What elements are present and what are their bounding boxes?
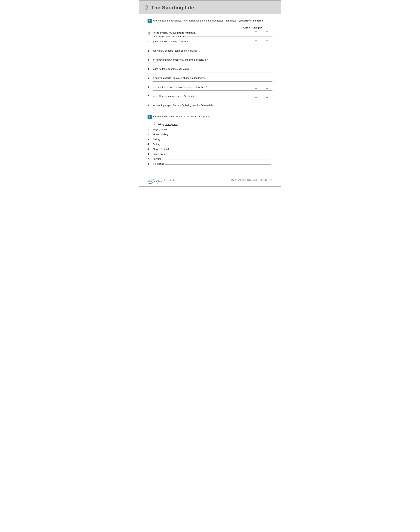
- disagree-checkbox-7[interactable]: [266, 95, 268, 98]
- checkboxes-8: [249, 104, 272, 107]
- disagree-checkbox-8[interactable]: [266, 104, 268, 107]
- finish-text-6: Scuba diving: [153, 152, 166, 155]
- list-item: 6. easy / but it's a good form of exerci…: [148, 84, 272, 92]
- agree-checkbox-1[interactable]: [255, 41, 257, 43]
- finish-line-4: [161, 145, 271, 145]
- list-item: 4. takes / a lot of courage / car racing…: [148, 66, 272, 74]
- skiing-answer: is dangerous: [165, 123, 178, 126]
- example-text: in the ocean / is / swimming / difficult…: [153, 31, 197, 34]
- agree-checkbox-8[interactable]: [255, 104, 257, 107]
- list-item: 8. for learning a sport / not / is / mis…: [148, 103, 272, 110]
- agree-checkbox-5[interactable]: [255, 77, 257, 79]
- finish-number-7: 7.: [148, 157, 153, 160]
- finish-text-3: Golfing: [153, 138, 160, 141]
- agree-checkbox-6[interactable]: [255, 86, 257, 89]
- page-footer: · · · · · · · ·· · · · · · · · وزارة الت…: [139, 174, 281, 186]
- disagree-checkbox-3[interactable]: [266, 59, 268, 61]
- unit-number: 2: [145, 4, 148, 11]
- item-text-1: good / is / roller skating / exercise / …: [153, 40, 190, 44]
- agree-disagree-header: Agree Disagree: [148, 26, 272, 29]
- finish-text-4: Surfing: [153, 143, 160, 146]
- item-content-1: good / is / roller skating / exercise / …: [153, 40, 272, 46]
- english-name: Ministry of Education: [148, 181, 162, 183]
- page-title: The Sporting Life: [151, 5, 194, 11]
- example-item: in the ocean / is / swimming / difficult…: [148, 30, 272, 37]
- checkboxes-7: [249, 95, 272, 98]
- finish-item: 4. Surfing .: [148, 143, 272, 146]
- finish-item: 6. Scuba diving .: [148, 152, 272, 155]
- finish-number-3: 3.: [148, 138, 153, 141]
- checkboxes-6: [249, 86, 272, 89]
- finish-line-1: [168, 130, 271, 130]
- item-number-8: 8.: [148, 104, 153, 106]
- checkboxes-2: [249, 49, 272, 52]
- item-number-4: 4.: [148, 67, 153, 70]
- disagree-checkbox-5[interactable]: [266, 77, 268, 79]
- skiing-period: .: [272, 123, 272, 126]
- footer-right: MG_04_WB_TEXT_2022.indd 12 5/3/22 10:04 …: [231, 179, 272, 181]
- finish-text-1: Playing tennis: [153, 128, 167, 131]
- section-c-instruction: C Unscramble the sentences. They each ha…: [148, 19, 272, 23]
- item-text-4: takes / a lot of courage / car racing / …: [153, 67, 192, 71]
- item-text-5: is / playing sports / to stay in shape /…: [153, 76, 206, 80]
- agree-checkbox-example[interactable]: [255, 31, 257, 34]
- item-text-2: has / many benefits / team sports / play…: [153, 49, 200, 53]
- disagree-checkbox-2[interactable]: [266, 50, 268, 52]
- example-checkboxes: [249, 31, 272, 34]
- finish-line-5: [170, 150, 271, 150]
- item-text-8: for learning a sport / not / is / missin…: [153, 104, 214, 107]
- disagree-checkbox-4[interactable]: [266, 68, 268, 70]
- section-d-text: Finish the sentences with your own ideas…: [153, 115, 211, 119]
- item-content-8: for learning a sport / not / is / missin…: [153, 104, 272, 110]
- disagree-checkbox-example[interactable]: [266, 31, 268, 34]
- finish-text-8: Ice-skating: [153, 162, 164, 165]
- skiing-example: Skiing is dangerous .: [153, 122, 272, 126]
- agree-label: Agree: [241, 26, 252, 29]
- main-content: C Unscramble the sentences. They each ha…: [139, 14, 281, 170]
- footer-left: · · · · · · · ·· · · · · · · · وزارة الت…: [148, 175, 174, 185]
- finish-list: 1. Playing tennis . 2. Skateboarding . 3…: [148, 128, 272, 165]
- finish-text-5: Playing football: [153, 148, 169, 150]
- footer-page-unit: 12 Unit 2: [164, 178, 174, 182]
- checkboxes-3: [249, 58, 272, 61]
- checkboxes-4: [249, 68, 272, 70]
- checkboxes-5: [249, 76, 272, 79]
- finish-number-6: 6.: [148, 152, 153, 155]
- section-c-text: Unscramble the sentences. They each have…: [153, 19, 263, 23]
- arabic-name: وزارة التعـليم: [148, 179, 159, 181]
- pin-icon-d: [153, 122, 156, 125]
- ministry-logo: · · · · · · · ·· · · · · · · · وزارة الت…: [148, 175, 162, 185]
- agree-checkbox-4[interactable]: [255, 68, 257, 70]
- section-c-label: C: [148, 19, 152, 23]
- finish-number-2: 2.: [148, 133, 153, 136]
- pin-icon: [148, 31, 151, 35]
- bottom-bar: [139, 186, 281, 187]
- agree-checkbox-7[interactable]: [255, 95, 257, 98]
- finish-item: 8. Ice-skating .: [148, 162, 272, 165]
- agree-checkbox-2[interactable]: [255, 50, 257, 52]
- section-d-label: D: [148, 115, 152, 119]
- item-content-5: is / playing sports / to stay in shape /…: [153, 76, 272, 83]
- item-number-2: 2.: [148, 49, 153, 52]
- disagree-checkbox-1[interactable]: [266, 41, 268, 43]
- exercise-list: 1. good / is / roller skating / exercise…: [148, 39, 272, 110]
- footer-year: 2022 - 1444: [148, 183, 158, 185]
- example-answer: Swimming in the ocean is difficult.: [153, 35, 186, 37]
- date-time: 5/3/22 10:04 PM: [260, 179, 272, 181]
- unit-label: Unit 2: [168, 179, 174, 182]
- finish-number-8: 8.: [148, 162, 153, 165]
- disagree-checkbox-6[interactable]: [266, 86, 268, 89]
- finish-number-5: 5.: [148, 148, 153, 150]
- finish-line-3: [161, 140, 271, 140]
- finish-item: 2. Skateboarding .: [148, 133, 272, 136]
- list-item: 5. is / playing sports / to stay in shap…: [148, 75, 272, 83]
- item-content-4: takes / a lot of courage / car racing / …: [153, 67, 272, 74]
- finish-number-1: 1.: [148, 128, 153, 131]
- item-content-3: an important part / practicing / of play…: [153, 58, 272, 65]
- list-item: 3. an important part / practicing / of p…: [148, 57, 272, 65]
- agree-checkbox-3[interactable]: [255, 59, 257, 61]
- item-content-2: has / many benefits / team sports / play…: [153, 49, 272, 56]
- list-item: 2. has / many benefits / team sports / p…: [148, 48, 272, 56]
- list-item: 7. a lot of leg strength / requires / cy…: [148, 93, 272, 101]
- item-number-7: 7.: [148, 94, 153, 97]
